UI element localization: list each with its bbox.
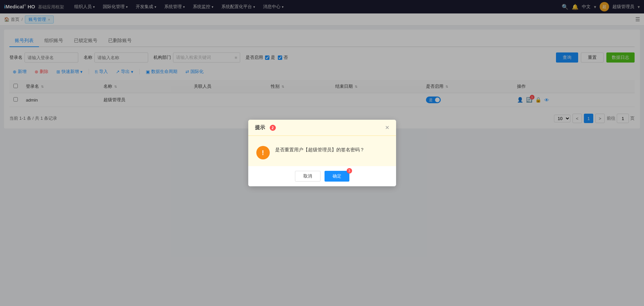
- modal-body: ! 是否重置用户【超级管理员】的签名密码？: [248, 136, 396, 166]
- modal-overlay: 提示 2 ✕ ! 是否重置用户【超级管理员】的签名密码？ 取消 确定 3: [0, 0, 644, 306]
- confirm-badge: 3: [347, 168, 352, 174]
- modal-title: 提示 2: [255, 124, 276, 131]
- modal-footer: 取消 确定 3: [248, 166, 396, 186]
- modal-message: 是否重置用户【超级管理员】的签名密码？: [275, 146, 364, 153]
- warning-icon: !: [256, 146, 270, 159]
- modal-dialog: 提示 2 ✕ ! 是否重置用户【超级管理员】的签名密码？ 取消 确定 3: [248, 120, 396, 186]
- cancel-button[interactable]: 取消: [295, 171, 320, 182]
- confirm-button[interactable]: 确定 3: [325, 171, 349, 182]
- modal-title-badge: 2: [270, 125, 276, 131]
- modal-close-button[interactable]: ✕: [385, 124, 389, 131]
- modal-header: 提示 2 ✕: [248, 120, 396, 136]
